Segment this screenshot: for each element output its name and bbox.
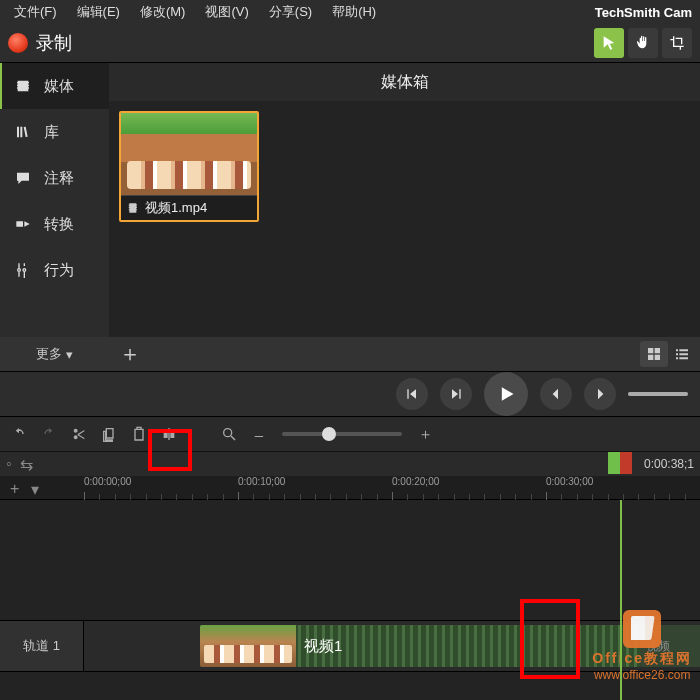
step-forward-button[interactable] [440,378,472,410]
track-area: 轨道 1 视频1 视频 Office教程网 www.office26.com [0,500,700,700]
prev-button[interactable] [540,378,572,410]
time-header: ◦ ⇆ 0:00:38;1 [0,452,700,476]
timeline-clip-label: 视频1 [296,637,342,656]
crop-icon [669,35,685,51]
record-dot-icon [8,33,28,53]
pan-button[interactable] [628,28,658,58]
record-button[interactable]: 录制 [8,31,72,55]
record-label: 录制 [36,31,72,55]
menu-share[interactable]: 分享(S) [259,1,322,23]
timeline-clip-thumb [200,625,296,667]
svg-point-0 [224,429,232,437]
media-footer: ＋ [109,337,700,371]
list-icon [674,346,690,362]
redo-icon [41,426,57,442]
tab-more-label: 更多 [36,345,62,363]
crop-button[interactable] [662,28,692,58]
step-back-icon [404,386,420,402]
tab-behaviors[interactable]: 行为 [0,247,109,293]
timeline-clip-ghost[interactable]: 视频 [640,625,700,667]
copy-button[interactable] [94,419,124,449]
grid-view-button[interactable] [640,341,668,367]
track-add-icon[interactable]: ◦ [6,455,12,474]
tab-annotations-label: 注释 [44,169,74,188]
ruler-tick: 0:00:00;00 [84,476,131,487]
split-button[interactable] [154,419,184,449]
zoom-fit-button[interactable] [214,419,244,449]
tab-transitions-label: 转换 [44,215,74,234]
ruler-tick: 0:00:10;00 [238,476,285,487]
marker-start[interactable] [608,452,620,474]
zoom-in-button[interactable]: ＋ [410,419,440,449]
step-forward-icon [448,386,464,402]
marker-end[interactable] [620,452,632,474]
side-tabs: 媒体 库 注释 转换 行为 更多 ▾ [0,63,109,371]
ruler-tick: 0:00:30;00 [546,476,593,487]
grid-icon [646,346,662,362]
clip-thumbnail [121,113,257,195]
redo-button[interactable] [34,419,64,449]
edit-toolbar: – ＋ [0,416,700,452]
record-bar: 录制 [0,24,700,62]
media-panel: 媒体箱 视频1.mp4 ＋ [109,63,700,371]
volume-slider[interactable] [628,392,688,396]
ruler-tick: 0:00:20;00 [392,476,439,487]
timecode: 0:00:38;1 [644,457,694,471]
media-bin[interactable]: 视频1.mp4 [109,101,700,337]
tab-library[interactable]: 库 [0,109,109,155]
timeline-clip[interactable]: 视频1 [200,625,640,667]
paste-button[interactable] [124,419,154,449]
track-disclosure-icon[interactable]: ▾ [31,480,39,499]
chevron-left-icon [548,386,564,402]
undo-button[interactable] [4,419,34,449]
undo-icon [11,426,27,442]
clip-caption: 视频1.mp4 [145,199,207,217]
tab-annotations[interactable]: 注释 [0,155,109,201]
top-panels: 媒体 库 注释 转换 行为 更多 ▾ 媒体箱 视频 [0,62,700,372]
media-header: 媒体箱 [109,63,700,101]
menu-bar: 文件(F) 编辑(E) 修改(M) 视图(V) 分享(S) 帮助(H) Tech… [0,0,700,24]
tab-behaviors-label: 行为 [44,261,74,280]
timeline-clip-waveform [296,625,640,667]
edit-cursor-button[interactable] [594,28,624,58]
time-ruler[interactable]: + ▾ 0:00:00;000:00:10;000:00:20;000:00:3… [0,476,700,500]
add-media-button[interactable]: ＋ [113,337,147,371]
transition-icon [12,216,34,232]
tab-media[interactable]: 媒体 [0,63,109,109]
menu-edit[interactable]: 编辑(E) [67,1,130,23]
cut-button[interactable] [64,419,94,449]
paste-icon [131,426,147,442]
speech-bubble-icon [12,170,34,186]
split-icon [161,426,177,442]
menu-file[interactable]: 文件(F) [4,1,67,23]
tab-more[interactable]: 更多 ▾ [0,337,109,371]
scissors-icon [71,426,87,442]
list-view-button[interactable] [668,341,696,367]
track-toggle-icon[interactable]: ⇆ [20,455,33,474]
next-button[interactable] [584,378,616,410]
play-button[interactable] [484,372,528,416]
cursor-icon [601,35,617,51]
step-back-button[interactable] [396,378,428,410]
app-title: TechSmith Cam [595,5,696,20]
menu-view[interactable]: 视图(V) [195,1,258,23]
video-file-icon [127,201,141,215]
tab-transitions[interactable]: 转换 [0,201,109,247]
magnifier-icon [221,426,237,442]
chevron-right-icon [592,386,608,402]
menu-modify[interactable]: 修改(M) [130,1,196,23]
track-header[interactable]: 轨道 1 [0,621,84,671]
filmstrip-icon [12,78,34,94]
hand-icon [635,35,651,51]
playhead[interactable] [620,500,622,700]
books-icon [12,124,34,140]
media-clip[interactable]: 视频1.mp4 [119,111,259,222]
zoom-out-button[interactable]: – [244,419,274,449]
copy-icon [101,426,117,442]
tab-media-label: 媒体 [44,77,74,96]
track-1[interactable]: 轨道 1 视频1 视频 [0,620,700,672]
zoom-slider[interactable] [282,432,402,436]
menu-help[interactable]: 帮助(H) [322,1,386,23]
track-plus-icon[interactable]: + [10,480,19,499]
zoom-handle[interactable] [322,427,336,441]
